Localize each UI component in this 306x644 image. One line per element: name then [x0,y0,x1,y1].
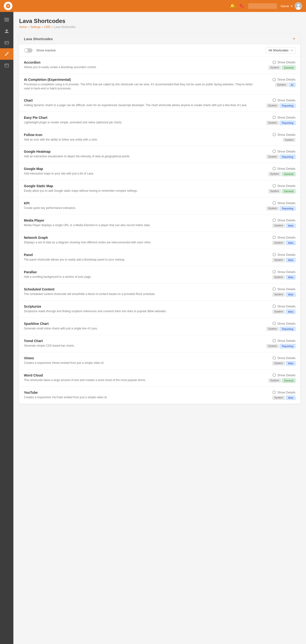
tag-system: System [266,206,279,210]
show-details-button[interactable]: Show Details [272,133,296,136]
shortcode-desc: Generate small inline charts with just a… [24,326,254,330]
radio-circle-icon [272,78,276,81]
shortcode-desc: Add interactive maps to your site with j… [24,172,254,176]
tags: SystemWeb [272,241,296,245]
tag-reporting: Reporting [280,121,296,125]
shortcode-actions: Show Details SystemGeneral [257,374,296,383]
breadcrumb-cms[interactable]: CMS [44,25,51,29]
show-details-button[interactable]: Show Details [272,270,296,274]
sidebar-item-tools[interactable] [0,48,14,60]
tag-system: System [268,378,281,383]
breadcrumb-home[interactable]: Home [19,25,27,29]
svg-rect-11 [5,64,8,67]
tags: SystemWeb [272,258,296,262]
show-details-button[interactable]: Show Details [272,374,296,377]
show-inactive-label: Show Inactive [36,48,56,52]
show-details-button[interactable]: Show Details [272,253,296,256]
show-details-button[interactable]: Show Details [272,218,296,222]
sidebar-item-finance[interactable] [0,37,14,48]
show-details-label: Show Details [277,78,296,81]
show-details-button[interactable]: Show Details [272,201,296,205]
radio-circle-icon [272,339,276,342]
show-details-button[interactable]: Show Details [272,98,296,102]
show-details-label: Show Details [277,374,296,377]
radio-circle-icon [272,304,276,308]
tag-system: System [268,66,281,70]
shortcode-info: Trend Chart Generate simple CSS based ba… [24,339,254,348]
show-details-label: Show Details [277,150,296,153]
shortcode-desc: Creates a responsive YouTube embed from … [24,396,254,400]
tag-system: System [275,83,288,87]
tags: SystemReporting [266,104,296,108]
shortcode-name: Panel [24,253,254,257]
shortcode-name: Sparkline Chart [24,322,254,326]
show-details-button[interactable]: Show Details [272,390,296,394]
show-details-button[interactable]: Show Details [272,60,296,64]
add-button[interactable]: + [292,36,296,41]
shortcode-name: YouTube [24,390,254,394]
tag-general: General [282,172,296,176]
shortcode-item: Parallax Add a scrolling background to a… [19,266,300,284]
radio-circle-icon [272,184,276,188]
show-details-button[interactable]: Show Details [272,167,296,170]
radio-circle-icon [272,201,276,205]
shortcode-item: Word Cloud This shortcode takes a large … [19,370,300,387]
tag-system: System [272,241,285,245]
shortcodes-card: Lava Shortcodes + Show Inactive All Shor… [19,34,300,404]
sidebar-item-menu[interactable] [0,14,14,25]
show-inactive-toggle[interactable] [24,48,32,52]
radio-circle-icon [272,167,276,170]
bookmark-icon[interactable]: 🔖 [239,3,244,8]
sidebar-item-admin[interactable] [0,60,14,71]
svg-rect-8 [5,41,8,44]
svg-rect-4 [4,18,9,19]
show-details-label: Show Details [277,167,296,170]
shortcode-actions: Show Details SystemGeneral [257,184,296,194]
shortcode-desc: Generate simple CSS based bar charts. [24,344,254,348]
shortcode-item: Google Static Map Easily allow you to ad… [19,180,300,198]
show-details-button[interactable]: Show Details [272,287,296,291]
tag-system: System [272,396,285,400]
show-details-button[interactable]: Show Details [272,339,296,342]
shortcode-info: Sparkline Chart Generate small inline ch… [24,322,254,330]
show-details-button[interactable]: Show Details [272,116,296,119]
radio-circle-icon [272,253,276,256]
show-details-label: Show Details [277,356,296,360]
shortcode-desc: Displays a set of data as a diagram show… [24,240,254,244]
svg-point-2 [297,4,300,6]
show-details-button[interactable]: Show Details [272,78,296,81]
tag-system: System [266,104,279,108]
radio-circle-icon [272,150,276,153]
tag-web: Web [286,361,296,366]
breadcrumb: Home » Settings » CMS » Lava Shortcodes [19,25,300,29]
show-details-label: Show Details [277,253,296,256]
sidebar-item-person[interactable] [0,25,14,37]
shortcode-desc: Add an interactive visualization to depi… [24,154,254,158]
show-details-label: Show Details [277,236,296,239]
tags: SystemWeb [272,275,296,280]
show-details-button[interactable]: Show Details [272,322,296,325]
show-details-button[interactable]: Show Details [272,150,296,153]
show-details-button[interactable]: Show Details [272,304,296,308]
tag-web: Web [286,224,296,228]
search-input[interactable] [248,3,277,9]
shortcode-desc: The scheduled content shortcode will sho… [24,292,254,296]
shortcode-item: Panel The panel shortcode allows you to … [19,249,300,266]
radio-circle-icon [272,322,276,325]
shortcodes-filter-select[interactable]: All Shortcodes Active Inactive [266,47,296,54]
user-menu[interactable]: Name ▾ [281,2,302,10]
bell-icon[interactable]: 🔔 [230,3,235,8]
radio-circle-icon [272,61,276,64]
shortcode-actions: Show Details SystemReporting [257,116,296,125]
shortcode-item: Easy Pie Chart Lightweight plugin to ren… [19,112,300,129]
show-details-button[interactable]: Show Details [272,236,296,239]
radio-circle-icon [272,390,276,394]
shortcode-actions: Show Details SystemWeb [257,304,296,314]
breadcrumb-settings[interactable]: Settings [30,25,41,29]
shortcode-actions: Show Details SystemReporting [257,150,296,159]
shortcode-name: Scripturize [24,304,254,308]
show-details-button[interactable]: Show Details [272,356,296,360]
show-details-button[interactable]: Show Details [272,184,296,188]
app-logo[interactable] [4,2,12,10]
svg-rect-5 [4,19,9,20]
